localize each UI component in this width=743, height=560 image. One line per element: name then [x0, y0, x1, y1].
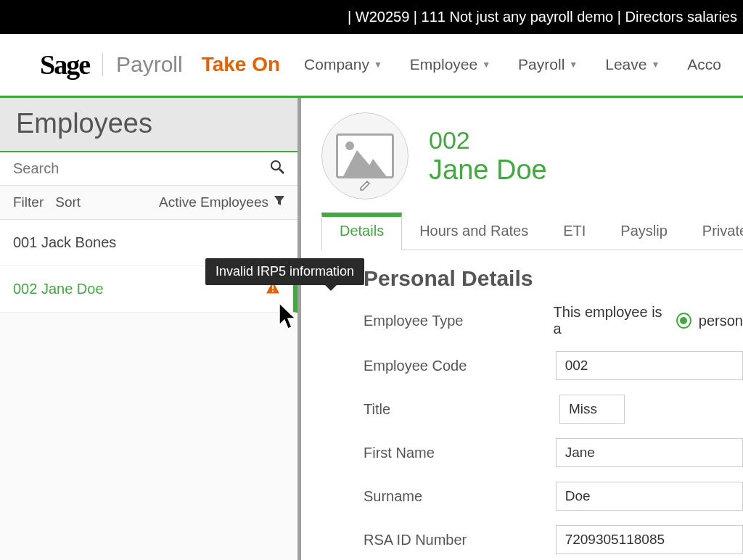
employee-item-label: 001 Jack Bones	[13, 234, 116, 250]
nav-payroll[interactable]: Payroll▼	[518, 56, 578, 73]
nav-company[interactable]: Company▼	[304, 56, 382, 73]
avatar[interactable]	[321, 112, 409, 199]
logo-divider	[102, 53, 103, 76]
personal-details-form: Employee Type This employee is a person …	[364, 304, 743, 560]
active-filter[interactable]: Active Employees	[159, 194, 284, 210]
input-first-name[interactable]	[556, 438, 743, 467]
content-area: Employees Filter Sort Active Employees 0…	[0, 96, 743, 560]
filter-row: Filter Sort Active Employees	[0, 186, 297, 220]
input-employee-code[interactable]	[556, 351, 743, 380]
label-employee-code: Employee Code	[364, 358, 556, 374]
context-bar: | W20259 | 111 Not just any payroll demo…	[0, 0, 743, 34]
tab-private-ra[interactable]: Private RA	[685, 213, 743, 250]
validation-tooltip: Invalid IRP5 information	[205, 258, 364, 285]
employee-main: 002 Jane Doe Details Hours and Rates ETI…	[301, 98, 743, 560]
pencil-icon	[359, 180, 371, 194]
employee-name-heading: Jane Doe	[429, 155, 547, 186]
label-first-name: First Name	[364, 445, 556, 461]
tab-details[interactable]: Details	[321, 213, 402, 250]
radio-person[interactable]	[676, 313, 691, 329]
employee-tabs: Details Hours and Rates ETI Payslip Priv…	[321, 213, 743, 250]
type-prefix: This employee is a	[554, 304, 669, 337]
employee-item-label: 002 Jane Doe	[13, 281, 104, 297]
main-nav: Company▼ Employee▼ Payroll▼ Leave▼ Acco	[304, 56, 721, 73]
chevron-down-icon: ▼	[482, 59, 490, 70]
logo-group: Sage Payroll Take On	[40, 49, 280, 81]
active-filter-label: Active Employees	[159, 194, 268, 210]
sort-button[interactable]: Sort	[55, 194, 81, 210]
image-placeholder-icon	[336, 133, 394, 178]
tab-eti[interactable]: ETI	[546, 213, 603, 250]
search-row	[0, 152, 297, 186]
filter-button[interactable]: Filter	[13, 194, 44, 210]
app-header: Sage Payroll Take On Company▼ Employee▼ …	[0, 34, 743, 96]
employee-type-value: This employee is a person	[554, 304, 743, 337]
label-rsa-id: RSA ID Number	[364, 532, 556, 548]
mode-label: Take On	[202, 53, 280, 76]
nav-employee[interactable]: Employee▼	[410, 56, 490, 73]
product-name: Payroll	[116, 52, 183, 77]
search-icon[interactable]	[270, 160, 284, 178]
tab-hours[interactable]: Hours and Rates	[402, 213, 546, 250]
svg-point-0	[271, 161, 280, 170]
employee-name-block: 002 Jane Doe	[429, 126, 547, 186]
chevron-down-icon: ▼	[374, 59, 382, 70]
tab-payslip[interactable]: Payslip	[603, 213, 684, 250]
context-text: | W20259 | 111 Not just any payroll demo…	[348, 9, 737, 25]
funnel-icon	[274, 196, 284, 209]
employee-header: 002 Jane Doe	[321, 112, 743, 199]
employee-code-heading: 002	[429, 126, 547, 155]
chevron-down-icon: ▼	[569, 59, 578, 70]
employee-sidebar: Employees Filter Sort Active Employees 0…	[0, 98, 301, 560]
type-suffix: person	[699, 313, 743, 329]
input-rsa-id[interactable]	[556, 525, 743, 554]
chevron-down-icon: ▼	[651, 59, 660, 70]
sidebar-title: Employees	[0, 98, 297, 152]
svg-line-1	[279, 169, 284, 173]
label-title: Title	[364, 401, 559, 418]
svg-rect-3	[272, 290, 274, 292]
svg-rect-2	[272, 285, 274, 289]
nav-account[interactable]: Acco	[687, 56, 721, 73]
label-surname: Surname	[364, 488, 556, 505]
label-employee-type: Employee Type	[364, 313, 554, 329]
nav-leave[interactable]: Leave▼	[605, 56, 660, 73]
sage-logo: Sage	[40, 49, 89, 81]
section-title: Personal Details	[364, 266, 743, 291]
input-title[interactable]	[559, 395, 625, 424]
cursor-icon	[278, 302, 300, 335]
search-input[interactable]	[13, 160, 270, 177]
input-surname[interactable]	[556, 482, 743, 511]
